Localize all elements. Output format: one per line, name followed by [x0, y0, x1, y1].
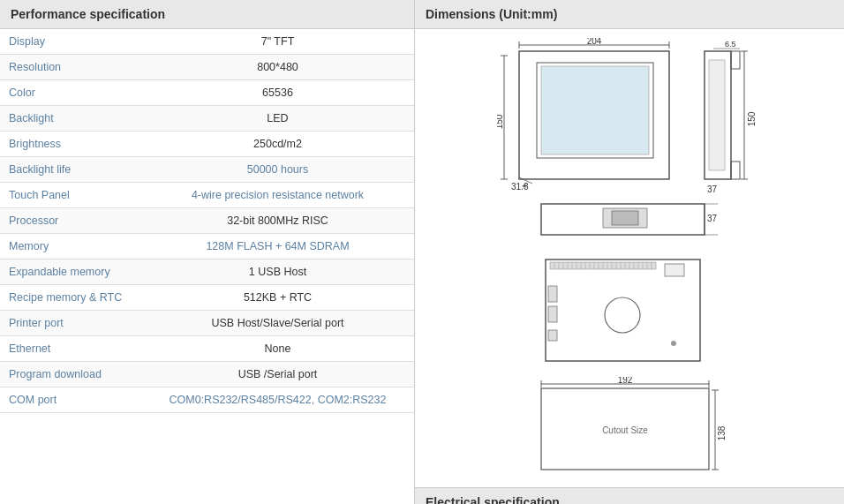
svg-rect-19 [731, 162, 740, 179]
svg-text:138: 138 [717, 425, 727, 440]
table-row: Display7" TFT [0, 29, 414, 55]
svg-rect-11 [541, 66, 649, 154]
spec-value: USB /Serial port [141, 362, 414, 387]
table-row: Color65536 [0, 80, 414, 106]
cutout-diagram: 192 138 Cutout Size [528, 377, 731, 478]
table-row: Processor32-bit 800MHz RISC [0, 208, 414, 234]
main-container: Performance specification Display7" TFTR… [0, 0, 844, 504]
svg-text:150: 150 [497, 114, 504, 129]
spec-value: None [141, 336, 414, 362]
svg-rect-17 [709, 60, 725, 170]
perf-spec-header: Performance specification [0, 0, 414, 29]
spec-value: 65536 [141, 80, 414, 106]
spec-value: LED [141, 106, 414, 132]
table-row: COM portCOM0:RS232/RS485/RS422, COM2:RS2… [0, 387, 414, 413]
table-row: Touch Panel4-wire precision resistance n… [0, 183, 414, 208]
right-panel: Dimensions (Unit:mm) 204 150 31.3 [415, 0, 844, 504]
back-view-diagram [537, 255, 722, 370]
spec-value: 4-wire precision resistance network [141, 183, 414, 208]
table-row: BacklightLED [0, 106, 414, 132]
spec-value: 512KB + RTC [141, 285, 414, 311]
table-row: Brightness250cd/m2 [0, 132, 414, 157]
spec-label: Resolution [0, 55, 141, 80]
diagram-row-back [537, 255, 722, 370]
spec-table: Display7" TFTResolution800*480Color65536… [0, 29, 414, 413]
table-row: Resolution800*480 [0, 55, 414, 80]
svg-rect-18 [731, 51, 740, 69]
spec-label: Ethernet [0, 336, 141, 362]
spec-value: 128M FLASH + 64M SDRAM [141, 234, 414, 260]
spec-value: 800*480 [141, 55, 414, 80]
dimensions-header: Dimensions (Unit:mm) [415, 0, 844, 29]
table-row: EthernetNone [0, 336, 414, 362]
front-view-diagram: 204 150 31.3 ◂ [497, 38, 682, 192]
spec-value: 1 USB Host [141, 260, 414, 285]
table-row: Recipe memory & RTC512KB + RTC [0, 285, 414, 311]
spec-label: Expandable memory [0, 260, 141, 285]
svg-rect-57 [665, 264, 684, 276]
svg-text:37: 37 [707, 184, 718, 192]
diagram-row-middle: 37 [532, 199, 727, 248]
svg-point-62 [671, 341, 676, 346]
spec-value: COM0:RS232/RS485/RS422, COM2:RS232 [141, 387, 414, 413]
dimensions-content: 204 150 31.3 ◂ [415, 29, 844, 487]
svg-point-58 [605, 297, 640, 333]
spec-label: Processor [0, 208, 141, 234]
side-view-diagram: 6.5 150 37 [691, 38, 762, 192]
table-row: Program downloadUSB /Serial port [0, 362, 414, 387]
diagram-row-cutout: 192 138 Cutout Size [528, 377, 731, 478]
svg-rect-60 [548, 306, 557, 322]
spec-label: Color [0, 80, 141, 106]
spec-label: Backlight [0, 106, 141, 132]
bottom-edge-diagram: 37 [532, 199, 727, 248]
spec-value: 32-bit 800MHz RISC [141, 208, 414, 234]
spec-label: Memory [0, 234, 141, 260]
svg-text:150: 150 [747, 111, 757, 126]
svg-text:6.5: 6.5 [725, 40, 736, 49]
spec-value: 7" TFT [141, 29, 414, 55]
svg-text:192: 192 [618, 377, 633, 385]
spec-label: COM port [0, 387, 141, 413]
spec-label: Backlight life [0, 157, 141, 183]
table-row: Backlight life50000 hours [0, 157, 414, 183]
svg-rect-27 [612, 211, 638, 225]
spec-label: Recipe memory & RTC [0, 285, 141, 311]
table-row: Expandable memory1 USB Host [0, 260, 414, 285]
svg-text:37: 37 [707, 214, 718, 223]
table-row: Printer portUSB Host/Slave/Serial port [0, 311, 414, 336]
electrical-spec-header: Electrical specification [415, 487, 844, 504]
spec-label: Printer port [0, 311, 141, 336]
spec-value: 250cd/m2 [141, 132, 414, 157]
spec-value: 50000 hours [141, 157, 414, 183]
spec-value: USB Host/Slave/Serial port [141, 311, 414, 336]
svg-text:204: 204 [587, 38, 602, 46]
svg-rect-61 [548, 330, 557, 341]
svg-rect-59 [548, 286, 557, 302]
svg-text:Cutout Size: Cutout Size [602, 425, 648, 435]
left-panel: Performance specification Display7" TFTR… [0, 0, 415, 504]
spec-label: Brightness [0, 132, 141, 157]
spec-label: Program download [0, 362, 141, 387]
spec-label: Touch Panel [0, 183, 141, 208]
table-row: Memory128M FLASH + 64M SDRAM [0, 234, 414, 260]
diagram-row-top: 204 150 31.3 ◂ [497, 38, 762, 192]
svg-text:◂: ◂ [522, 181, 526, 190]
spec-label: Display [0, 29, 141, 55]
